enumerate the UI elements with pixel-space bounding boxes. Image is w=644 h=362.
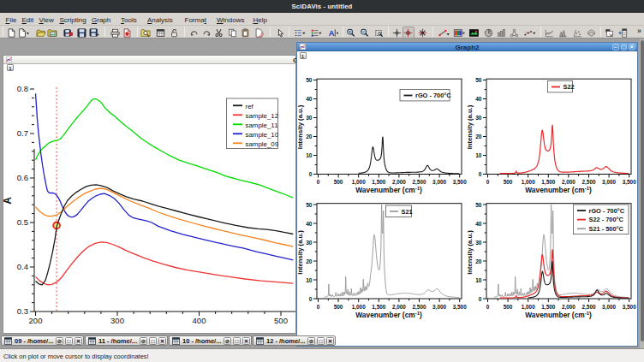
svg-text:40: 40 [475, 96, 482, 102]
svg-text:0: 0 [479, 171, 482, 177]
svg-text:Wavenumber (cm-1): Wavenumber (cm-1) [525, 186, 592, 194]
svg-text:500: 500 [504, 304, 513, 310]
svg-text:30: 30 [475, 115, 482, 121]
svg-text:20: 20 [475, 258, 482, 264]
svg-text:400: 400 [193, 316, 206, 325]
svg-text:0.6: 0.6 [17, 173, 28, 182]
svg-text:Intensity (a.u.): Intensity (a.u.) [297, 230, 304, 275]
svg-text:3,500: 3,500 [453, 304, 467, 311]
svg-text:0: 0 [486, 179, 490, 185]
svg-text:20: 20 [306, 258, 313, 264]
svg-text:rGO - 700°C: rGO - 700°C [415, 92, 451, 99]
svg-text:300: 300 [110, 316, 124, 325]
svg-text:ref: ref [246, 103, 254, 110]
svg-text:2,000: 2,000 [562, 304, 575, 311]
svg-text:2,000: 2,000 [562, 179, 575, 186]
svg-text:3,500: 3,500 [623, 179, 636, 186]
svg-text:20: 20 [475, 134, 482, 139]
svg-text:S22: S22 [564, 83, 575, 91]
svg-text:0: 0 [317, 304, 320, 310]
svg-text:Wavenumber (cm-1): Wavenumber (cm-1) [355, 311, 422, 319]
svg-text:0.3: 0.3 [17, 306, 28, 316]
svg-text:1,000: 1,000 [352, 304, 366, 311]
svg-text:1,000: 1,000 [522, 304, 535, 311]
svg-text:2,500: 2,500 [582, 179, 596, 186]
svg-text:3,500: 3,500 [453, 179, 467, 186]
svg-text:3,000: 3,000 [602, 304, 616, 311]
svg-text:Intensity (a.u.): Intensity (a.u.) [297, 104, 304, 149]
svg-text:200: 200 [29, 316, 43, 325]
svg-text:3,000: 3,000 [432, 304, 446, 311]
svg-text:A: A [328, 29, 334, 38]
svg-text:0: 0 [486, 304, 490, 310]
svg-text:500: 500 [334, 304, 343, 310]
svg-text:40: 40 [306, 221, 313, 227]
svg-text:0: 0 [309, 296, 313, 302]
svg-text:1,000: 1,000 [522, 179, 535, 186]
svg-text:rGO - 700°C: rGO - 700°C [589, 207, 625, 215]
svg-text:1,500: 1,500 [541, 179, 555, 186]
svg-text:50: 50 [306, 202, 313, 208]
svg-text:3,500: 3,500 [623, 304, 636, 311]
svg-text:2,500: 2,500 [582, 304, 596, 311]
svg-text:Wavenumber (cm-1): Wavenumber (cm-1) [355, 186, 422, 194]
svg-text:10: 10 [475, 152, 482, 158]
svg-text:Intensity (a.u.): Intensity (a.u.) [466, 230, 474, 275]
svg-text:500: 500 [274, 316, 288, 325]
svg-text:sample_09: sample_09 [246, 140, 279, 148]
svg-text:0: 0 [309, 171, 313, 177]
svg-text:500: 500 [334, 179, 343, 185]
svg-text:1,500: 1,500 [372, 179, 385, 186]
svg-text:0: 0 [317, 179, 320, 185]
svg-text:2,000: 2,000 [392, 179, 406, 186]
svg-text:sample_12: sample_12 [246, 112, 279, 120]
svg-text:2,500: 2,500 [413, 179, 426, 186]
svg-text:sample_10: sample_10 [246, 131, 279, 139]
svg-text:50: 50 [475, 77, 482, 83]
svg-text:20: 20 [306, 134, 313, 139]
svg-text:3,000: 3,000 [432, 179, 446, 186]
svg-text:S21 - 500°C: S21 - 500°C [589, 225, 624, 233]
svg-text:0.5: 0.5 [17, 217, 28, 227]
svg-text:0.7: 0.7 [17, 128, 28, 138]
svg-text:40: 40 [475, 221, 482, 227]
svg-text:40: 40 [306, 96, 313, 102]
svg-text:50: 50 [306, 77, 313, 83]
svg-text:30: 30 [475, 240, 482, 246]
svg-text:A: A [3, 197, 14, 205]
svg-text:1,000: 1,000 [352, 179, 366, 186]
svg-text:30: 30 [306, 115, 313, 121]
svg-text:0.8: 0.8 [17, 84, 28, 93]
svg-text:3,000: 3,000 [602, 179, 616, 186]
svg-text:10: 10 [475, 277, 482, 283]
svg-text:0: 0 [479, 296, 482, 302]
svg-text:2,000: 2,000 [392, 304, 406, 311]
svg-text:10: 10 [306, 277, 313, 283]
svg-text:S21: S21 [402, 208, 413, 216]
svg-text:1,500: 1,500 [372, 304, 385, 311]
svg-text:30: 30 [306, 240, 313, 246]
svg-text:S22 - 700°C: S22 - 700°C [589, 216, 624, 223]
svg-text:Intensity (a.u.): Intensity (a.u.) [466, 104, 474, 149]
svg-text:1,500: 1,500 [541, 304, 555, 311]
svg-text:Wavenumber (cm-1): Wavenumber (cm-1) [525, 311, 592, 319]
svg-text:10: 10 [306, 152, 313, 158]
svg-text:2,500: 2,500 [413, 304, 426, 311]
svg-text:500: 500 [504, 179, 513, 185]
svg-text:50: 50 [475, 202, 482, 208]
svg-text:0.4: 0.4 [17, 262, 28, 271]
svg-text:sample_11: sample_11 [246, 122, 278, 129]
